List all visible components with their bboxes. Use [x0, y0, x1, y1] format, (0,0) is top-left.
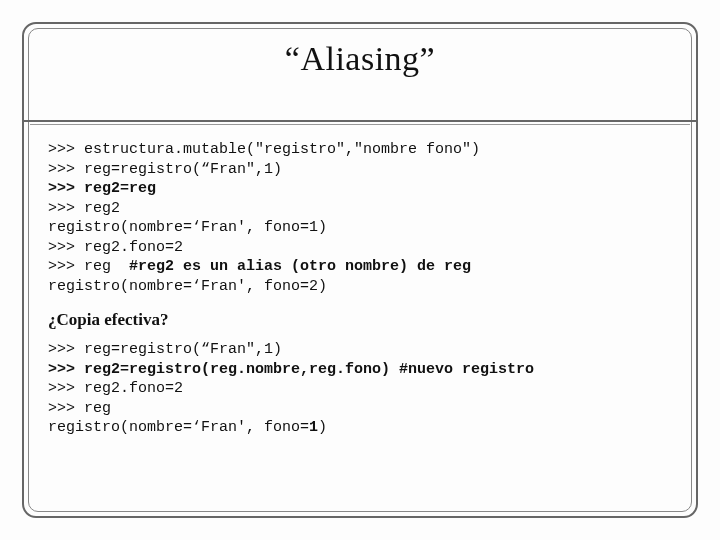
subheading-copy: ¿Copia efectiva? [48, 310, 672, 330]
code-comment-bold: #reg2 es un alias (otro nombre) de reg [129, 258, 471, 275]
code-line-bold: >>> reg2=registro(reg.nombre,reg.fono) #… [48, 361, 534, 378]
code-block-copy: >>> reg=registro(“Fran",1) >>> reg2=regi… [48, 340, 672, 438]
code-line: >>> reg [48, 400, 111, 417]
title-divider [24, 120, 696, 122]
code-line: registro(nombre=‘Fran', fono= [48, 419, 309, 436]
code-emph: 1 [309, 419, 318, 436]
code-line-bold: >>> reg2=reg [48, 180, 156, 197]
code-line: >>> reg [48, 258, 129, 275]
code-line: registro(nombre=‘Fran', fono=2) [48, 278, 327, 295]
code-line: >>> reg2.fono=2 [48, 239, 183, 256]
code-block-aliasing: >>> estructura.mutable("registro","nombr… [48, 140, 672, 296]
code-line: >>> reg=registro(“Fran",1) [48, 161, 282, 178]
slide: “Aliasing” >>> estructura.mutable("regis… [0, 0, 720, 540]
code-line: >>> reg2.fono=2 [48, 380, 183, 397]
content-area: >>> estructura.mutable("registro","nombr… [48, 140, 672, 452]
slide-title: “Aliasing” [26, 40, 694, 78]
code-line: >>> reg=registro(“Fran",1) [48, 341, 282, 358]
code-line: >>> reg2 [48, 200, 120, 217]
code-line: registro(nombre=‘Fran', fono=1) [48, 219, 327, 236]
code-line: >>> estructura.mutable("registro","nombr… [48, 141, 480, 158]
code-line: ) [318, 419, 327, 436]
title-divider-inner [30, 124, 690, 125]
